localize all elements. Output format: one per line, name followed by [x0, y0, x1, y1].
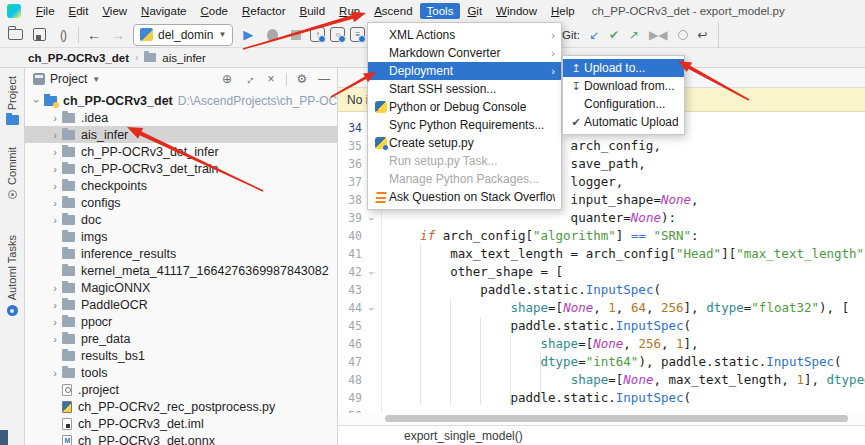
- tree-item-idea[interactable]: ›.idea: [25, 109, 337, 126]
- submenu-item-automatic-upload[interactable]: ✔Automatic Upload: [563, 113, 684, 131]
- hide-panel-icon[interactable]: —: [317, 72, 331, 86]
- menu-item-start-ssh-session[interactable]: Start SSH session...: [368, 80, 561, 98]
- back-icon[interactable]: ←: [85, 26, 103, 44]
- menu-run[interactable]: Run: [332, 3, 367, 19]
- menu-item-ask-question-on-stack-overflow[interactable]: Ask Question on Stack Overflow: [368, 188, 561, 206]
- menu-item-sync-python-requirements[interactable]: Sync Python Requirements...: [368, 116, 561, 134]
- tree-item-paddleocr[interactable]: ›PaddleOCR: [25, 296, 337, 313]
- forward-icon[interactable]: →: [109, 26, 127, 44]
- menu-ascend[interactable]: Ascend: [367, 3, 419, 19]
- tree-item-ch-pp-ocrv2-rec-postprocess-py[interactable]: ch_PP-OCRv2_rec_postprocess.py: [25, 398, 337, 415]
- tree-item-ppocr[interactable]: ›ppocr: [25, 313, 337, 330]
- menu-refactor[interactable]: Refactor: [235, 3, 292, 19]
- push-icon[interactable]: ↗: [629, 28, 639, 42]
- tree-item-checkpoints[interactable]: ›checkpoints: [25, 177, 337, 194]
- locate-file-icon[interactable]: ⊕: [220, 72, 234, 86]
- tree-item-imgs[interactable]: imgs: [25, 228, 337, 245]
- menu-navigate[interactable]: Navigate: [134, 3, 193, 19]
- chevron-icon[interactable]: ›: [48, 197, 62, 209]
- server-gear-icon[interactable]: ≡: [350, 27, 365, 42]
- device-upload-icon[interactable]: ↑: [310, 27, 325, 42]
- breadcrumb-project[interactable]: ch_PP-OCRv3_det: [28, 52, 129, 64]
- submenu-item-download-from[interactable]: ↧Download from...: [563, 77, 684, 95]
- menu-file[interactable]: File: [29, 3, 62, 19]
- tree-item-kernel-meta-41117-1664276369987843082[interactable]: kernel_meta_41117_1664276369987843082: [25, 262, 337, 279]
- expand-icon[interactable]: ↔: [242, 72, 256, 86]
- update-project-icon[interactable]: ↙: [589, 28, 599, 42]
- settings-gear-icon[interactable]: ⚙: [295, 72, 309, 86]
- menu-code[interactable]: Code: [194, 3, 236, 19]
- chevron-icon[interactable]: ›: [48, 333, 62, 345]
- run-configuration-select[interactable]: del_domin ▼: [133, 24, 233, 46]
- fold-chevron-icon[interactable]: ›: [362, 306, 380, 312]
- tree-item-ch-pp-ocrv3-det-iml[interactable]: ch_PP-OCRv3_det.iml: [25, 415, 337, 432]
- menu-item-run-setup-py-task[interactable]: Run setup.py Task...: [368, 152, 561, 170]
- tree-item-project[interactable]: .project: [25, 381, 337, 398]
- chevron-icon[interactable]: ›: [48, 163, 62, 175]
- save-all-icon[interactable]: [30, 26, 48, 44]
- stripe-item-project[interactable]: Project: [6, 76, 19, 125]
- horizontal-scrollbar[interactable]: [338, 413, 865, 425]
- tree-item-ch-pp-ocrv3-det-train[interactable]: ›ch_PP-OCRv3_det_train: [25, 160, 337, 177]
- device-gear-icon[interactable]: ○: [330, 27, 345, 42]
- tree-item-doc[interactable]: ›doc: [25, 211, 337, 228]
- diff-icon[interactable]: ▶◀: [649, 28, 667, 42]
- scrollbar-thumb[interactable]: [385, 415, 848, 422]
- stop-icon[interactable]: [287, 26, 305, 44]
- menu-item-manage-python-packages[interactable]: Manage Python Packages...: [368, 170, 561, 188]
- submenu-item-configuration[interactable]: Configuration...: [563, 95, 684, 113]
- collapse-all-icon[interactable]: ×: [264, 72, 278, 86]
- chevron-icon[interactable]: ›: [48, 299, 62, 311]
- menu-item-python-or-debug-console[interactable]: Python or Debug Console: [368, 98, 561, 116]
- tree-item-label: tools: [81, 366, 107, 380]
- menu-tools[interactable]: Tools: [420, 3, 461, 19]
- tree-item-ch-pp-ocrv3-det[interactable]: ›ch_PP-OCRv3_detD:\AscendProjects\ch_PP-…: [25, 92, 337, 109]
- fold-chevron-icon[interactable]: ›: [362, 216, 380, 222]
- chevron-icon[interactable]: ›: [48, 367, 62, 379]
- open-folder-icon[interactable]: [6, 26, 24, 44]
- chevron-icon[interactable]: ›: [48, 112, 62, 124]
- menu-window[interactable]: Window: [489, 3, 544, 19]
- commit-icon[interactable]: ✔: [609, 28, 619, 42]
- tree-item-ais-infer[interactable]: ›ais_infer: [25, 126, 337, 143]
- chevron-icon[interactable]: ›: [48, 316, 62, 328]
- function-breadcrumb[interactable]: export_single_model(): [404, 429, 523, 443]
- stripe-item-automl-tasks[interactable]: Automl Tasks: [6, 235, 18, 316]
- tree-item-ch-pp-ocrv3-det-infer[interactable]: ›ch_PP-OCRv3_det_infer: [25, 143, 337, 160]
- sync-icon[interactable]: (): [54, 26, 72, 44]
- menu-help[interactable]: Help: [544, 3, 582, 19]
- chevron-icon[interactable]: ›: [48, 129, 62, 141]
- tree-item-label: ch_PP-OCRv3_det.iml: [78, 417, 204, 431]
- chevron-icon[interactable]: ›: [48, 180, 62, 192]
- menu-item-xml-actions[interactable]: XML Actions›: [368, 26, 561, 44]
- history-icon[interactable]: [678, 30, 688, 40]
- rollback-icon[interactable]: ↩: [698, 28, 708, 42]
- chevron-icon[interactable]: ›: [31, 94, 43, 108]
- tree-item-pre-data[interactable]: ›pre_data: [25, 330, 337, 347]
- breadcrumb-folder[interactable]: ais_infer: [162, 52, 205, 64]
- tree-item-inference-results[interactable]: inference_results: [25, 245, 337, 262]
- chevron-icon[interactable]: ›: [48, 146, 62, 158]
- menu-edit[interactable]: Edit: [62, 3, 96, 19]
- git-toolbar: Git: ↙✔↗▶◀↩: [562, 22, 719, 48]
- menu-git[interactable]: Git: [460, 3, 489, 19]
- chevron-down-icon[interactable]: ▼: [92, 75, 100, 84]
- tree-item-results-bs1[interactable]: results_bs1: [25, 347, 337, 364]
- menu-build[interactable]: Build: [293, 3, 333, 19]
- chevron-icon[interactable]: ›: [48, 214, 62, 226]
- run-button[interactable]: ▶: [239, 26, 257, 44]
- stripe-item-commit[interactable]: Commit: [6, 147, 18, 199]
- tree-item-label: configs: [81, 196, 121, 210]
- tree-item-configs[interactable]: ›configs: [25, 194, 337, 211]
- fold-chevron-icon[interactable]: ›: [362, 270, 380, 276]
- menu-item-deployment[interactable]: Deployment›: [368, 62, 561, 80]
- menu-item-create-setup-py[interactable]: Create setup.py: [368, 134, 561, 152]
- tree-item-tools[interactable]: ›tools: [25, 364, 337, 381]
- tree-item-ch-pp-ocrv3-det-onnx[interactable]: ch_PP-OCRv3_det.onnx: [25, 432, 337, 445]
- tree-item-magiconnx[interactable]: ›MagicONNX: [25, 279, 337, 296]
- chevron-icon[interactable]: ›: [48, 282, 62, 294]
- submenu-item-upload-to[interactable]: ↥Upload to...: [563, 59, 684, 77]
- debug-icon[interactable]: [263, 26, 281, 44]
- menu-item-markdown-converter[interactable]: Markdown Converter›: [368, 44, 561, 62]
- menu-view[interactable]: View: [95, 3, 134, 19]
